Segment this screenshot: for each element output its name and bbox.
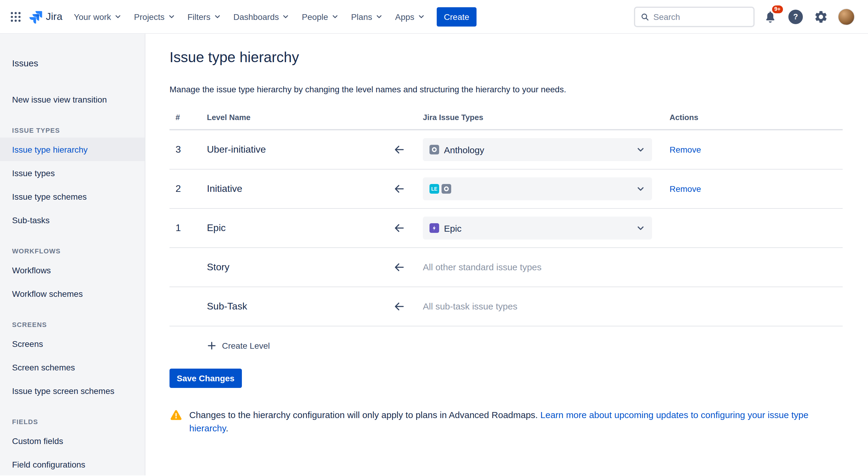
sidebar-item-issue-type-schemes[interactable]: Issue type schemes <box>0 185 145 208</box>
avatar <box>838 8 855 25</box>
nav-right-group: 9+ ? <box>634 6 856 27</box>
nav-item-filters[interactable]: Filters <box>182 7 226 26</box>
app-grid-icon <box>10 11 21 22</box>
sidebar-item-sub-tasks[interactable]: Sub-tasks <box>0 208 145 232</box>
arrow-left-icon <box>393 143 406 156</box>
jira-settings-page: Jira Your work Projects Filters Dashboar… <box>0 0 868 476</box>
sidebar-item-workflow-schemes[interactable]: Workflow schemes <box>0 282 145 305</box>
nav-item-apps[interactable]: Apps <box>390 7 431 26</box>
arrow-left-icon <box>393 182 406 196</box>
primary-nav: Your work Projects Filters Dashboards Pe… <box>68 7 431 26</box>
sidebar-item-screens[interactable]: Screens <box>0 332 145 355</box>
settings-sidebar: Issues New issue view transition ISSUE T… <box>0 34 145 475</box>
chevron-down-icon <box>375 13 383 21</box>
jira-logo-text: Jira <box>46 10 62 23</box>
remove-link[interactable]: Remove <box>670 145 701 154</box>
sidebar-item-field-configurations[interactable]: Field configurations <box>0 452 145 475</box>
table-row: 1 Epic Epic <box>169 209 843 248</box>
chevron-down-icon <box>282 13 290 21</box>
top-navigation: Jira Your work Projects Filters Dashboar… <box>0 0 868 34</box>
column-header-issue-types: Jira Issue Types <box>423 113 664 122</box>
search-icon <box>641 12 649 22</box>
chevron-down-icon <box>114 13 122 21</box>
level-name: Initiative <box>207 183 376 194</box>
sidebar-item-new-issue-view-transition[interactable]: New issue view transition <box>0 87 145 111</box>
nav-item-dashboards[interactable]: Dashboards <box>228 7 295 26</box>
main-content: Issue type hierarchy Manage the issue ty… <box>145 34 868 475</box>
select-value: Anthology <box>444 145 484 155</box>
issue-types-select[interactable]: Epic <box>423 216 652 239</box>
chevron-down-icon <box>636 223 645 233</box>
level-name: Epic <box>207 222 376 234</box>
level-number: 2 <box>169 183 207 194</box>
column-header-actions: Actions <box>664 113 843 122</box>
plus-icon <box>207 341 217 351</box>
notification-badge: 9+ <box>772 5 783 13</box>
level-name: Uber-initiative <box>207 144 376 155</box>
chevron-down-icon <box>636 145 645 154</box>
nav-item-your-work[interactable]: Your work <box>68 7 128 26</box>
chevron-down-icon <box>167 13 175 21</box>
help-button[interactable]: ? <box>786 7 805 26</box>
settings-button[interactable] <box>811 7 831 26</box>
jira-logo[interactable]: Jira <box>25 10 68 23</box>
selected-issue-type-badges: LE <box>430 184 451 194</box>
issue-types-select[interactable]: LE <box>423 177 652 200</box>
table-row: 2 Initiative LE Remove <box>169 170 843 209</box>
warning-text: Changes to the hierarchy configuration w… <box>189 409 843 435</box>
sidebar-title: Issues <box>0 54 145 72</box>
column-header-level-name: Level Name <box>207 113 376 122</box>
level-name: Story <box>207 262 376 273</box>
table-row: Story All other standard issue types <box>169 248 843 287</box>
sidebar-item-issue-type-screen-schemes[interactable]: Issue type screen schemes <box>0 379 145 403</box>
help-icon: ? <box>788 9 803 24</box>
table-row: 3 Uber-initiative Anthology Remove <box>169 130 843 170</box>
level-number: 3 <box>169 144 207 155</box>
anthology-issue-type-icon <box>430 145 439 154</box>
search-input[interactable] <box>653 12 748 22</box>
arrow-left-icon <box>393 261 406 274</box>
column-header-number: # <box>169 113 207 122</box>
sidebar-item-issue-type-hierarchy[interactable]: Issue type hierarchy <box>0 138 145 161</box>
nav-item-plans[interactable]: Plans <box>346 7 389 26</box>
issue-types-select[interactable]: Anthology <box>423 138 652 161</box>
anthology-issue-type-icon <box>441 184 451 194</box>
sidebar-heading-fields: FIELDS <box>0 418 145 425</box>
arrow-left-icon <box>393 221 406 235</box>
remove-link[interactable]: Remove <box>670 184 701 194</box>
sidebar-item-screen-schemes[interactable]: Screen schemes <box>0 355 145 379</box>
save-changes-button[interactable]: Save Changes <box>169 368 242 388</box>
select-value: Epic <box>444 223 461 233</box>
issue-types-placeholder: All sub-task issue types <box>423 301 517 311</box>
create-button[interactable]: Create <box>437 7 476 26</box>
warning-icon <box>169 409 183 422</box>
search-box <box>634 6 754 27</box>
sidebar-heading-workflows: WORKFLOWS <box>0 247 145 255</box>
sidebar-heading-screens: SCREENS <box>0 321 145 328</box>
le-issue-type-icon: LE <box>430 184 439 194</box>
sidebar-item-workflows[interactable]: Workflows <box>0 258 145 282</box>
page-description: Manage the issue type hierarchy by chang… <box>169 85 843 94</box>
sidebar-item-custom-fields[interactable]: Custom fields <box>0 429 145 452</box>
arrow-left-icon <box>393 300 406 313</box>
gear-icon <box>814 9 828 24</box>
create-level-label: Create Level <box>222 341 270 351</box>
nav-item-people[interactable]: People <box>297 7 344 26</box>
jira-logo-icon <box>29 10 42 23</box>
chevron-down-icon <box>417 13 425 21</box>
app-switcher-button[interactable] <box>6 7 25 26</box>
level-number: 1 <box>169 222 207 234</box>
nav-item-projects[interactable]: Projects <box>128 7 181 26</box>
notifications-button[interactable]: 9+ <box>761 7 780 26</box>
table-header-row: # Level Name Jira Issue Types Actions <box>169 105 843 130</box>
create-level-button[interactable]: Create Level <box>207 336 843 355</box>
page-title: Issue type hierarchy <box>169 48 843 66</box>
profile-button[interactable] <box>837 7 856 26</box>
chevron-down-icon <box>214 13 221 21</box>
sidebar-item-issue-types[interactable]: Issue types <box>0 161 145 185</box>
level-name: Sub-Task <box>207 301 376 312</box>
warning-banner: Changes to the hierarchy configuration w… <box>169 409 843 435</box>
chevron-down-icon <box>636 184 645 194</box>
epic-issue-type-icon <box>430 223 439 233</box>
issue-types-placeholder: All other standard issue types <box>423 262 542 272</box>
